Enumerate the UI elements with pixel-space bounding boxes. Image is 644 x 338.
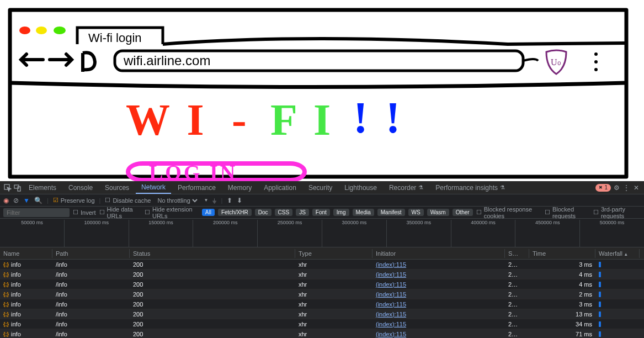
device-icon[interactable]	[13, 183, 22, 192]
col-time[interactable]: Time	[529, 249, 595, 258]
type-font[interactable]: Font	[312, 209, 330, 216]
tab-perf-insights[interactable]: Performance insights⚗	[430, 182, 510, 193]
type-doc[interactable]: Doc	[255, 209, 272, 216]
cell-waterfall	[595, 281, 640, 288]
cell-size: 2…	[505, 310, 529, 318]
xhr-icon: {;}	[3, 272, 9, 277]
record-icon[interactable]: ◉	[3, 197, 9, 204]
close-icon[interactable]: ✕	[632, 183, 641, 192]
table-row[interactable]: {;}info/info200xhr(index):1152…3 ms	[0, 299, 644, 309]
table-row[interactable]: {;}info/info200xhr(index):1152…71 ms	[0, 329, 644, 338]
type-manifest[interactable]: Manifest	[377, 209, 405, 216]
kebab-icon[interactable]: ⋮	[622, 183, 631, 192]
tab-security[interactable]: Security	[303, 182, 338, 193]
hide-data-urls-checkbox[interactable]: Hide data URLs	[99, 206, 141, 219]
table-row[interactable]: {;}info/info200xhr(index):1152…3 ms	[0, 260, 644, 270]
cell-path: /info	[52, 261, 130, 268]
svg-point-5	[594, 52, 598, 56]
type-wasm[interactable]: Wasm	[427, 209, 449, 216]
col-path[interactable]: Path	[52, 249, 130, 258]
cell-initiator[interactable]: (index):115	[372, 330, 505, 338]
page-heading-bang: ! !	[353, 93, 403, 143]
devtools-tabstrip: Elements Console Sources Network Perform…	[0, 181, 644, 194]
type-all[interactable]: All	[202, 209, 215, 216]
preserve-log-checkbox[interactable]: Preserve log	[53, 197, 95, 204]
waterfall-bar-icon	[599, 302, 601, 307]
hide-extension-urls-checkbox[interactable]: Hide extension URLs	[145, 206, 199, 219]
svg-point-6	[594, 60, 598, 64]
type-media[interactable]: Media	[353, 209, 374, 216]
cell-status: 200	[130, 300, 295, 308]
tab-recorder[interactable]: Recorder⚗	[384, 182, 429, 193]
col-name[interactable]: Name	[0, 249, 52, 258]
cell-initiator[interactable]: (index):115	[372, 271, 505, 278]
blocked-cookies-checkbox[interactable]: Blocked response cookies	[476, 206, 541, 219]
type-other[interactable]: Other	[453, 209, 473, 216]
table-row[interactable]: {;}info/info200xhr(index):1152…2 ms	[0, 289, 644, 299]
tab-application[interactable]: Application	[258, 182, 302, 193]
page-heading-dash: -	[232, 95, 250, 145]
waterfall-bar-icon	[599, 311, 601, 317]
col-type[interactable]: Type	[295, 249, 372, 258]
inspect-icon[interactable]	[3, 183, 12, 192]
invert-checkbox[interactable]: Invert	[73, 209, 96, 216]
wifi-icon[interactable]: ⏚	[212, 197, 216, 204]
network-timeline[interactable]: 50000 ms 100000 ms 150000 ms 200000 ms 2…	[0, 219, 644, 247]
waterfall-bar-icon	[599, 272, 601, 277]
cell-name: {;}info	[0, 320, 52, 328]
gear-icon[interactable]: ⚙	[612, 183, 621, 192]
waterfall-bar-icon	[599, 321, 601, 327]
col-initiator[interactable]: Initiator	[372, 249, 505, 258]
type-img[interactable]: Img	[333, 209, 349, 216]
waterfall-bar-icon	[599, 331, 601, 337]
cell-path: /info	[52, 281, 130, 288]
browser-tab-title[interactable]: Wi-fi login	[88, 31, 142, 45]
error-badge[interactable]: 1	[595, 184, 611, 192]
cell-size: 2…	[505, 271, 529, 278]
clear-icon[interactable]: ⊘	[13, 197, 19, 204]
type-fetchxhr[interactable]: Fetch/XHR	[218, 209, 252, 216]
throttling-select[interactable]: No throttling	[155, 197, 199, 204]
download-icon[interactable]: ⬇	[237, 197, 242, 204]
type-css[interactable]: CSS	[275, 209, 293, 216]
svg-point-2	[54, 27, 66, 34]
cell-initiator[interactable]: (index):115	[372, 281, 505, 288]
cell-time: 13 ms	[529, 310, 595, 318]
tick: 50000 ms	[0, 220, 64, 247]
cell-initiator[interactable]: (index):115	[372, 310, 505, 318]
table-row[interactable]: {;}info/info200xhr(index):1152…4 ms	[0, 270, 644, 279]
type-js[interactable]: JS	[296, 209, 309, 216]
tab-console[interactable]: Console	[63, 182, 98, 193]
tick: 450000 ms	[515, 220, 579, 247]
login-button[interactable]: LOG IN	[149, 160, 237, 184]
table-row[interactable]: {;}info/info200xhr(index):1152…13 ms	[0, 309, 644, 319]
cell-initiator[interactable]: (index):115	[372, 261, 505, 268]
col-status[interactable]: Status	[130, 249, 295, 258]
tab-elements[interactable]: Elements	[23, 182, 62, 193]
tick: 250000 ms	[257, 220, 322, 247]
disable-cache-checkbox[interactable]: Disable cache	[105, 197, 151, 204]
tab-lighthouse[interactable]: Lighthouse	[339, 182, 382, 193]
filter-icon[interactable]: ▼	[23, 197, 30, 204]
col-size[interactable]: S…	[505, 249, 529, 258]
hand-drawn-browser: U₀ Wi-fi login wifi.airline.com W I - F …	[0, 0, 644, 181]
cell-initiator[interactable]: (index):115	[372, 300, 505, 308]
third-party-checkbox[interactable]: 3rd-party requests	[593, 206, 641, 219]
cell-path: /info	[52, 310, 130, 318]
cell-initiator[interactable]: (index):115	[372, 320, 505, 328]
cell-name: {;}info	[0, 261, 52, 268]
type-ws[interactable]: WS	[408, 209, 424, 216]
search-icon[interactable]: 🔍	[34, 197, 42, 204]
cell-type: xhr	[295, 261, 372, 268]
cell-time: 4 ms	[529, 281, 595, 288]
upload-icon[interactable]: ⬆	[227, 197, 232, 204]
col-waterfall[interactable]: Waterfall	[595, 249, 640, 258]
cell-initiator[interactable]: (index):115	[372, 291, 505, 298]
table-row[interactable]: {;}info/info200xhr(index):1152…4 ms	[0, 279, 644, 289]
url-bar[interactable]: wifi.airline.com	[124, 53, 210, 68]
blocked-requests-checkbox[interactable]: Blocked requests	[545, 206, 590, 219]
table-row[interactable]: {;}info/info200xhr(index):1152…34 ms	[0, 319, 644, 329]
tab-sources[interactable]: Sources	[99, 182, 135, 193]
filter-input[interactable]	[3, 208, 70, 217]
page-heading-part-2: F I	[270, 95, 334, 145]
